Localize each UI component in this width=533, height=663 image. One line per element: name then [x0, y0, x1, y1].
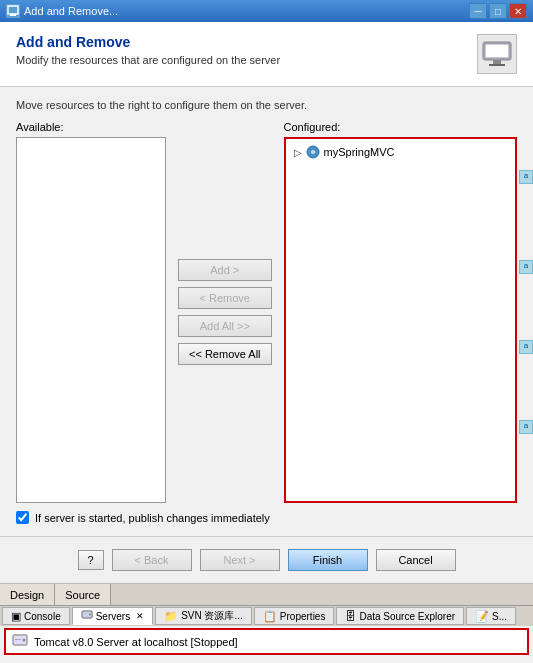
checkbox-row: If server is started, publish changes im…: [16, 511, 517, 524]
title-bar-icon: [6, 4, 20, 18]
bottom-buttons-row: ? < Back Next > Finish Cancel: [0, 536, 533, 583]
add-button[interactable]: Add >: [178, 259, 272, 281]
s-icon: 📝: [475, 610, 489, 623]
servers-icon: [81, 609, 93, 623]
svg-rect-3: [485, 44, 509, 58]
s-tab[interactable]: 📝 S...: [466, 607, 516, 625]
side-button-3[interactable]: a: [519, 340, 533, 354]
dialog-body: Move resources to the right to configure…: [0, 87, 533, 536]
publish-label: If server is started, publish changes im…: [35, 512, 270, 524]
side-button-1[interactable]: a: [519, 170, 533, 184]
available-section: Available:: [16, 121, 166, 503]
publish-checkbox[interactable]: [16, 511, 29, 524]
servers-tab-close[interactable]: ✕: [136, 611, 144, 621]
title-bar: Add and Remove... ─ □ ✕: [0, 0, 533, 22]
console-tab[interactable]: ▣ Console: [2, 607, 70, 625]
configured-section: Configured: ▷ mySp: [284, 121, 517, 503]
design-source-tabs: Design Source: [0, 584, 533, 606]
source-tab[interactable]: Source: [55, 584, 111, 605]
svg-rect-4: [493, 60, 501, 64]
s-tab-label: S...: [492, 611, 507, 622]
title-bar-controls: ─ □ ✕: [469, 3, 527, 19]
instruction-text: Move resources to the right to configure…: [16, 99, 517, 111]
configured-panel: ▷ mySpringMVC: [284, 137, 517, 503]
remove-all-button[interactable]: << Remove All: [178, 343, 272, 365]
close-button[interactable]: ✕: [509, 3, 527, 19]
svg-rect-1: [10, 14, 16, 16]
svg-point-13: [23, 639, 26, 642]
dialog-title: Add and Remove: [16, 34, 461, 50]
datasource-tab-label: Data Source Explorer: [359, 611, 455, 622]
maximize-button[interactable]: □: [489, 3, 507, 19]
servers-tab[interactable]: Servers ✕: [72, 607, 153, 625]
design-tab[interactable]: Design: [0, 584, 55, 605]
minimize-button[interactable]: ─: [469, 3, 487, 19]
help-button[interactable]: ?: [78, 550, 104, 570]
available-list[interactable]: [16, 137, 166, 503]
bottom-tabs: ▣ Console Servers ✕ 📁 SVN 资源库... 📋 Prope…: [0, 606, 533, 626]
configured-list: ▷ mySpringMVC: [286, 139, 515, 501]
properties-tab-label: Properties: [280, 611, 326, 622]
svg-rect-5: [489, 64, 505, 66]
cancel-button[interactable]: Cancel: [376, 549, 456, 571]
servers-tab-label: Servers: [96, 611, 130, 622]
design-tab-label: Design: [10, 589, 44, 601]
add-all-button[interactable]: Add All >>: [178, 315, 272, 337]
configured-label: Configured:: [284, 121, 517, 133]
dialog-header-icon: [477, 34, 517, 74]
source-tab-label: Source: [65, 589, 100, 601]
server-status-icon: [12, 632, 28, 651]
server-status-bar[interactable]: Tomcat v8.0 Server at localhost [Stopped…: [4, 628, 529, 655]
side-button-2[interactable]: a: [519, 260, 533, 274]
console-icon: ▣: [11, 610, 21, 623]
back-button[interactable]: < Back: [112, 549, 192, 571]
taskbar-area: Design Source ▣ Console Servers ✕ 📁 SVN …: [0, 583, 533, 663]
configured-item-name: mySpringMVC: [324, 146, 395, 158]
dialog-header: Add and Remove Modify the resources that…: [0, 22, 533, 87]
svn-tab[interactable]: 📁 SVN 资源库...: [155, 607, 252, 625]
next-button[interactable]: Next >: [200, 549, 280, 571]
tree-expand-icon: ▷: [294, 147, 302, 158]
dialog: Add and Remove Modify the resources that…: [0, 22, 533, 583]
svg-point-7: [311, 150, 315, 154]
title-bar-title: Add and Remove...: [24, 5, 465, 17]
remove-button[interactable]: < Remove: [178, 287, 272, 309]
finish-button[interactable]: Finish: [288, 549, 368, 571]
properties-tab[interactable]: 📋 Properties: [254, 607, 335, 625]
side-button-4[interactable]: a: [519, 420, 533, 434]
panels-row: Available: Add > < Remove Add All >> << …: [16, 121, 517, 503]
dialog-subtitle: Modify the resources that are configured…: [16, 54, 461, 66]
svg-rect-0: [8, 6, 18, 14]
server-status-text: Tomcat v8.0 Server at localhost [Stopped…: [34, 636, 238, 648]
properties-icon: 📋: [263, 610, 277, 623]
console-tab-label: Console: [24, 611, 61, 622]
datasource-tab[interactable]: 🗄 Data Source Explorer: [336, 607, 464, 625]
svg-rect-14: [15, 639, 21, 640]
dialog-header-text: Add and Remove Modify the resources that…: [16, 34, 461, 66]
configured-item[interactable]: ▷ mySpringMVC: [290, 143, 511, 161]
svn-icon: 📁: [164, 610, 178, 623]
datasource-icon: 🗄: [345, 610, 356, 622]
svg-point-10: [89, 614, 91, 616]
svn-tab-label: SVN 资源库...: [181, 609, 243, 623]
app-icon: [306, 145, 320, 159]
middle-buttons: Add > < Remove Add All >> << Remove All: [174, 121, 276, 503]
available-label: Available:: [16, 121, 166, 133]
